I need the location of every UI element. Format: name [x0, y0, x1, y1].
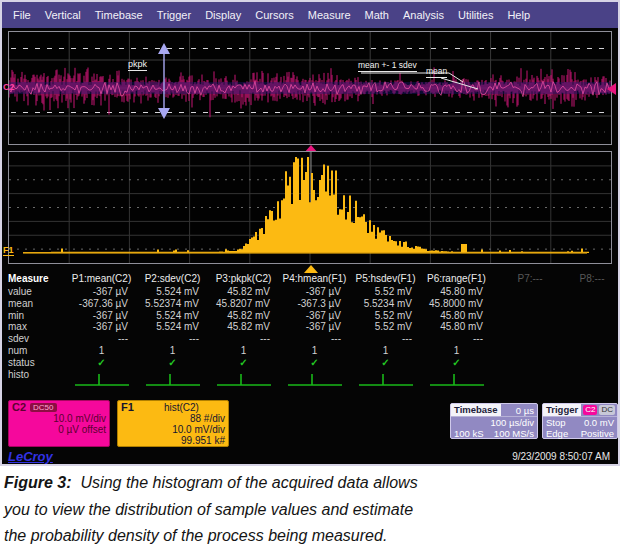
measure-row-label-num: num — [4, 345, 66, 357]
measure-status-p5: ✓ — [350, 357, 421, 369]
measure-status-p2: ✓ — [137, 357, 208, 369]
waveform-panel — [8, 31, 612, 145]
measure-mean-p6: 45.8000 mV — [421, 298, 492, 310]
menu-item-math[interactable]: Math — [358, 9, 396, 21]
measure-value-p5: 5.52 mV — [350, 286, 421, 298]
f1-hdiv: 10.0 mV/div — [121, 424, 225, 435]
histicon — [215, 373, 273, 387]
measure-status-p6: ✓ — [421, 357, 492, 369]
measure-sdev-p1: --- — [66, 333, 137, 345]
measure-status-p4: ✓ — [279, 357, 350, 369]
measure-col-header-p1[interactable]: P1:mean(C2) — [66, 272, 137, 286]
measure-status-p3: ✓ — [208, 357, 279, 369]
f1-function: hist(C2) — [138, 402, 225, 413]
measure-sdev-p6: --- — [421, 333, 492, 345]
menu-item-timebase[interactable]: Timebase — [88, 9, 150, 21]
measure-value-p1: -367 µV — [66, 286, 137, 298]
measure-col-header-p4[interactable]: P4:hmean(F1) — [279, 272, 350, 286]
oscilloscope-window: FileVerticalTimebaseTriggerDisplayCursor… — [0, 0, 620, 466]
measure-max-p6: 45.80 mV — [421, 321, 492, 333]
measure-num-p1: 1 — [66, 345, 137, 357]
timebase-descriptor[interactable]: Timebase 0 µs 100 µs/div 100 kS 100 MS/s — [450, 403, 538, 439]
measure-min-p3: 45.82 mV — [208, 310, 279, 322]
f1-vdiv: 88 #/div — [121, 413, 225, 424]
menu-bar: FileVerticalTimebaseTriggerDisplayCursor… — [2, 2, 618, 28]
trace-f1-descriptor[interactable]: F1 hist(C2) 88 #/div 10.0 mV/div 99.951 … — [117, 400, 229, 447]
histicon — [144, 373, 202, 387]
measure-row-label-histo: histo — [4, 369, 66, 391]
timebase-rate: 100 MS/s — [494, 428, 534, 439]
measure-col-header-p5[interactable]: P5:hsdev(F1) — [350, 272, 421, 286]
trigger-level-marker[interactable] — [607, 83, 616, 95]
menu-item-vertical[interactable]: Vertical — [38, 9, 88, 21]
mean-annotation: mean — [426, 66, 447, 78]
menu-item-display[interactable]: Display — [198, 9, 248, 21]
measure-num-p3: 1 — [208, 345, 279, 357]
measure-max-p4: -367 µV — [279, 321, 350, 333]
menu-item-measure[interactable]: Measure — [301, 9, 358, 21]
measure-min-p6: 45.80 mV — [421, 310, 492, 322]
measure-col-header-p7[interactable]: P7:--- — [492, 272, 568, 286]
measure-histicon-p3 — [208, 369, 279, 391]
menu-item-file[interactable]: File — [6, 9, 38, 21]
measure-mean-p2: 5.52374 mV — [137, 298, 208, 310]
measure-sdev-p3: --- — [208, 333, 279, 345]
menu-item-utilities[interactable]: Utilities — [451, 9, 500, 21]
measure-col-header-p3[interactable]: P3:pkpk(C2) — [208, 272, 279, 286]
measure-max-p7 — [492, 321, 568, 333]
measure-mean-p4: -367.3 µV — [279, 298, 350, 310]
measure-num-p5: 1 — [350, 345, 421, 357]
caption-line-3: the probability density of the process b… — [4, 523, 614, 548]
measure-num-p8 — [568, 345, 616, 357]
measure-value-p3: 45.82 mV — [208, 286, 279, 298]
measure-histicon-p1 — [66, 369, 137, 391]
trigger-descriptor[interactable]: Trigger C2 DC Stop 0.0 mV Edge Positive — [542, 403, 618, 439]
f1-trace-label: F1 — [3, 245, 14, 256]
trigger-label: Trigger — [543, 404, 581, 416]
trigger-level: 0.0 mV — [584, 417, 614, 428]
measure-sdev-p4: --- — [279, 333, 350, 345]
mean-sdev-annotation: mean +- 1 sdev — [358, 60, 417, 72]
menu-item-help[interactable]: Help — [500, 9, 537, 21]
measure-sdev-p7 — [492, 333, 568, 345]
menu-item-trigger[interactable]: Trigger — [150, 9, 198, 21]
timebase-samples: 100 kS — [454, 428, 484, 439]
measure-max-p2: 5.524 mV — [137, 321, 208, 333]
measure-row-label-sdev: sdev — [4, 333, 66, 345]
timestamp: 9/23/2009 8:50:07 AM — [512, 451, 610, 462]
measure-value-p4: -367 µV — [279, 286, 350, 298]
measure-min-p4: -367 µV — [279, 310, 350, 322]
c2-coupling-badge: DC50 — [30, 403, 56, 412]
histicon — [357, 373, 415, 387]
c2-trace-label: C2 — [3, 82, 15, 92]
measure-col-header-p6[interactable]: P6:range(F1) — [421, 272, 492, 286]
measure-num-p7 — [492, 345, 568, 357]
measure-mean-p3: 45.8207 mV — [208, 298, 279, 310]
measure-max-p1: -367 µV — [66, 321, 137, 333]
measure-col-header-p2[interactable]: P2:sdev(C2) — [137, 272, 208, 286]
measure-mean-p1: -367.36 µV — [66, 298, 137, 310]
menu-item-cursors[interactable]: Cursors — [248, 9, 301, 21]
measure-status-p1: ✓ — [66, 357, 137, 369]
measure-title: Measure — [4, 272, 66, 286]
measure-col-header-p8[interactable]: P8:--- — [568, 272, 616, 286]
caption-line-1: Using the histogram of the acquired data… — [81, 474, 418, 491]
measure-min-p5: 5.52 mV — [350, 310, 421, 322]
trigger-coupling-badge: DC — [599, 405, 615, 415]
histicon — [73, 373, 131, 387]
measure-sdev-p5: --- — [350, 333, 421, 345]
histicon — [428, 373, 486, 387]
menu-item-analysis[interactable]: Analysis — [396, 9, 451, 21]
measure-row-label-value: value — [4, 286, 66, 298]
histogram-plot — [9, 152, 611, 263]
measure-num-p6: 1 — [421, 345, 492, 357]
channel-c2-descriptor[interactable]: C2 DC50 10.0 mV/div 0 µV offset — [8, 400, 110, 447]
measure-histicon-p7 — [492, 369, 568, 391]
pkpk-annotation: pkpk — [128, 59, 147, 71]
timebase-label: Timebase — [451, 404, 501, 416]
timebase-delay: 0 µs — [501, 405, 537, 416]
measure-num-p2: 1 — [137, 345, 208, 357]
measure-mean-p8 — [568, 298, 616, 310]
measure-min-p8 — [568, 310, 616, 322]
caption-line-2: you to view the distribution of sample v… — [4, 497, 614, 524]
